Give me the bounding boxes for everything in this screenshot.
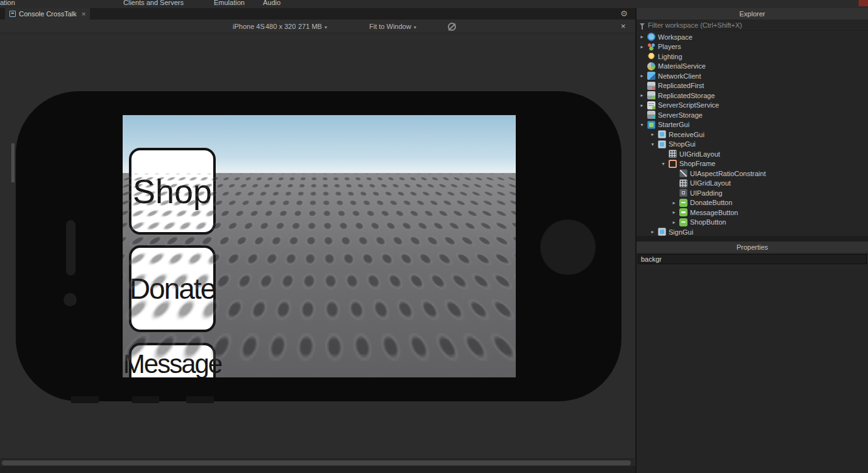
button-icon [679,208,687,216]
explorer-tree: ▸Workspace▸PlayersLightingMaterialServic… [637,31,868,236]
chevron-down-icon[interactable]: ▾ [650,142,655,147]
device-side-button [71,396,99,403]
tree-item-label: ShopGui [669,140,696,148]
ribbon-tab[interactable]: Audio [263,0,281,6]
tree-item-label: DonateButton [690,199,732,206]
tree-item-players[interactable]: ▸Players [637,42,868,52]
constraint-icon [679,169,687,177]
device-home-button [540,220,596,275]
device-frame: ShopDonateMessage [16,91,621,401]
message-gui-button[interactable]: Message [129,343,216,377]
chevron-right-icon[interactable]: ▸ [639,92,645,98]
chevron-down-icon[interactable]: ▾ [639,122,645,128]
chevron-down-icon[interactable]: ▾ [660,161,666,167]
screengui-icon [658,228,666,236]
chevron-right-icon[interactable]: ▸ [650,131,655,137]
device-resolution: 480 x 320 [265,19,296,33]
tree-item-label: MessageButton [690,209,738,216]
tree-item-workspace[interactable]: ▸Workspace [637,32,868,42]
screengui-icon [658,140,666,148]
document-tabbar: Console CrossTalk × ⚙ [0,8,635,19]
chevron-right-icon[interactable]: ▸ [671,220,677,225]
rotate-device-icon[interactable] [448,23,456,31]
explorer-filter[interactable]: Filter workspace (Ctrl+Shift+X) [637,19,868,31]
donate-gui-button[interactable]: Donate [129,245,216,332]
ribbon-tab[interactable]: Clients and Servers [123,0,184,6]
horizontal-scrollbar[interactable] [0,459,634,466]
tree-item-replicatedstorage[interactable]: ▸ReplicatedStorage [637,91,868,101]
material-icon [647,62,655,70]
tab-console-crosstalk[interactable]: Console CrossTalk × [5,8,90,19]
gui-icon [647,121,655,129]
chevron-right-icon[interactable]: ▸ [639,34,645,40]
network-icon [647,72,655,80]
ribbon-tab[interactable]: ation [0,0,15,6]
players-icon [647,43,655,51]
tree-item-uigridlayout[interactable]: UIGridLayout [637,179,868,189]
tree-item-messagebutton[interactable]: ▸MessageButton [637,208,868,218]
chevron-right-icon[interactable]: ▸ [650,229,655,235]
shop-gui-button[interactable]: Shop [129,148,216,235]
fit-to-window-value: Fit to Window [369,23,411,30]
panel-splitter[interactable] [637,236,868,242]
tree-item-lighting[interactable]: Lighting [637,52,868,62]
horizontal-scrollbar-thumb[interactable] [2,460,631,465]
tree-item-serverscriptservice[interactable]: ▸ServerScriptService [637,101,868,111]
tree-item-label: Lighting [658,53,682,60]
device-name[interactable]: iPhone 4S [233,19,265,33]
repstorage-icon [647,91,655,99]
tree-item-shopbutton[interactable]: ▸ShopButton [637,218,868,228]
emulation-close-icon[interactable]: × [621,19,626,33]
tree-item-label: SignGui [669,228,693,236]
tree-item-label: Workspace [658,33,693,41]
tree-item-replicatedfirst[interactable]: ReplicatedFirst [637,81,868,91]
tree-item-shopgui[interactable]: ▾ShopGui [637,140,868,150]
fit-to-window-dropdown[interactable]: Fit to Window▾ [369,19,416,33]
properties-filter-input[interactable]: backgr [638,254,867,264]
chevron-right-icon[interactable]: ▸ [639,73,645,79]
tree-item-uiaspectratioconstraint[interactable]: UIAspectRatioConstraint [637,169,868,179]
filter-funnel-icon [640,23,645,26]
device-side-button [132,396,159,403]
chevron-right-icon[interactable]: ▸ [639,44,645,50]
tree-item-networkclient[interactable]: ▸NetworkClient [637,71,868,81]
tree-item-label: StarterGui [658,121,689,128]
tree-item-label: ServerScriptService [658,101,719,109]
serverstorage-icon [647,111,655,119]
chevron-right-icon[interactable]: ▸ [671,209,677,215]
tree-item-shopframe[interactable]: ▾ShopFrame [637,159,868,169]
tree-item-label: ShopButton [690,218,726,226]
tree-item-label: MaterialService [658,62,706,70]
tree-item-label: UIGridLayout [690,179,731,187]
padding-icon [679,189,687,197]
tab-close-icon[interactable]: × [82,10,86,18]
button-icon [679,218,687,226]
tree-item-uipadding[interactable]: UIPadding [637,188,868,198]
chevron-right-icon[interactable]: ▸ [671,200,677,206]
ribbon-tab[interactable]: Emulation [214,0,245,6]
tree-item-label: UIGridLayout [679,150,720,158]
memory-limit-dropdown[interactable]: 271 MB▾ [298,19,327,33]
tree-item-donatebutton[interactable]: ▸DonateButton [637,198,868,208]
gear-icon[interactable]: ⚙ [620,9,628,18]
tree-item-materialservice[interactable]: MaterialService [637,62,868,72]
explorer-header[interactable]: Explorer [637,8,868,19]
tree-item-serverstorage[interactable]: ServerStorage [637,110,868,120]
properties-filter-wrap: backgr [637,253,868,265]
right-dock: Explorer Filter workspace (Ctrl+Shift+X)… [635,8,868,473]
emulation-toolbar: iPhone 4S 480 x 320 271 MB▾ Fit to Windo… [0,19,635,33]
device-screen[interactable]: ShopDonateMessage [123,115,516,377]
grid-icon [679,179,687,187]
properties-header[interactable]: Properties [637,242,868,253]
chevron-right-icon[interactable]: ▸ [639,103,645,108]
tree-item-receivegui[interactable]: ▸ReceiveGui [637,130,868,140]
tree-item-label: NetworkClient [658,72,701,80]
tree-item-uigridlayout[interactable]: UIGridLayout [637,149,868,159]
device-side-button [186,396,214,403]
chevron-down-icon: ▾ [325,25,327,30]
tree-item-startergui[interactable]: ▾StarterGui [637,120,868,130]
repfirst-icon [647,82,655,90]
collapsed-panel-handle[interactable] [11,143,14,182]
tree-item-signgui[interactable]: ▸SignGui [637,227,868,236]
viewport[interactable]: ShopDonateMessage [0,33,635,459]
